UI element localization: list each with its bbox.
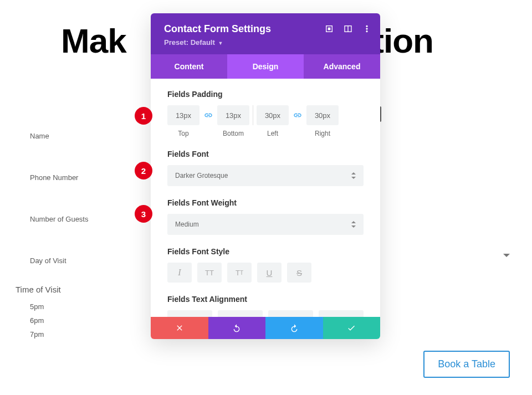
chevron-down-icon: ▼ [218, 40, 223, 46]
underline-button[interactable]: U [257, 263, 282, 283]
time-option-6pm[interactable]: 6pm [30, 316, 44, 325]
padding-right-label: Right [306, 130, 339, 137]
time-of-visit-label: Time of Visit [16, 285, 61, 294]
panel-body: Fields Padding Top Bottom Left [151, 79, 380, 317]
svg-point-6 [366, 30, 368, 32]
field-day[interactable]: Day of Visit [30, 257, 89, 265]
alignment-buttons [167, 310, 364, 317]
expand-icon[interactable] [325, 24, 334, 33]
svg-point-4 [366, 25, 368, 27]
settings-panel: Contact Form Settings Preset: Default ▼ … [151, 13, 380, 339]
uppercase-button[interactable]: TT [197, 263, 222, 283]
fields-font-label: Fields Font [167, 150, 364, 158]
padding-divider [253, 105, 253, 125]
select-caret-icon [351, 172, 356, 179]
select-caret-icon [351, 221, 356, 228]
preset-value: Default [191, 38, 215, 47]
padding-right-input[interactable] [306, 105, 339, 125]
align-left-button[interactable] [167, 310, 212, 317]
time-options: 5pm 6pm 7pm [30, 302, 44, 344]
dropdown-caret-icon[interactable] [503, 254, 510, 257]
redo-button[interactable] [265, 317, 323, 339]
fields-style-label: Fields Font Style [167, 247, 364, 256]
form-fields-list: Name Phone Number Number of Guests Day o… [30, 132, 89, 298]
annotation-2: 2 [135, 162, 152, 179]
fields-align-label: Fields Text Alignment [167, 295, 364, 304]
font-value: Darker Grotesque [175, 172, 228, 179]
padding-bottom-input[interactable] [217, 105, 249, 125]
strikethrough-button[interactable]: S [287, 263, 311, 283]
panel-tabs: Content Design Advanced [151, 54, 380, 79]
svg-point-5 [366, 28, 368, 30]
fields-font-select[interactable]: Darker Grotesque [167, 165, 364, 186]
align-justify-button[interactable] [319, 310, 364, 317]
padding-bottom-label: Bottom [217, 130, 249, 137]
preset-selector[interactable]: Preset: Default ▼ [164, 38, 367, 47]
weight-value: Medium [175, 220, 199, 228]
align-right-button[interactable] [268, 310, 313, 317]
heading-part-left: Mak [61, 22, 126, 60]
more-icon[interactable] [362, 24, 371, 33]
cancel-button[interactable] [151, 317, 208, 339]
columns-icon[interactable] [344, 24, 352, 33]
fields-weight-select[interactable]: Medium [167, 214, 364, 235]
field-name[interactable]: Name [30, 132, 89, 140]
field-phone[interactable]: Phone Number [30, 173, 89, 182]
padding-left-input[interactable] [257, 105, 289, 125]
field-guests[interactable]: Number of Guests [30, 215, 89, 223]
tab-advanced[interactable]: Advanced [304, 54, 380, 79]
panel-header: Contact Form Settings Preset: Default ▼ [151, 13, 380, 54]
panel-footer [151, 317, 380, 339]
font-style-buttons: I TT TT U S [167, 263, 364, 283]
undo-button[interactable] [208, 317, 266, 339]
align-center-button[interactable] [218, 310, 263, 317]
time-option-5pm[interactable]: 5pm [30, 302, 44, 311]
svg-rect-1 [328, 28, 330, 30]
annotation-1: 1 [135, 107, 152, 125]
tab-content[interactable]: Content [151, 54, 227, 79]
annotation-3: 3 [135, 205, 152, 223]
header-icons [325, 24, 371, 33]
padding-controls: Top Bottom Left Right [167, 105, 364, 137]
fields-padding-label: Fields Padding [167, 90, 364, 99]
link-horizontal-icon[interactable] [289, 105, 306, 125]
padding-top-input[interactable] [167, 105, 200, 125]
padding-top-label: Top [167, 130, 200, 137]
preset-label: Preset: [164, 38, 188, 47]
tab-design[interactable]: Design [227, 54, 304, 79]
confirm-button[interactable] [323, 317, 381, 339]
time-option-7pm[interactable]: 7pm [30, 330, 44, 338]
link-vertical-icon[interactable] [200, 105, 217, 125]
book-table-button[interactable]: Book a Table [423, 351, 510, 378]
padding-left-label: Left [257, 130, 289, 137]
italic-button[interactable]: I [167, 263, 192, 283]
capitalize-button[interactable]: TT [227, 263, 252, 283]
fields-weight-label: Fields Font Weight [167, 198, 364, 207]
